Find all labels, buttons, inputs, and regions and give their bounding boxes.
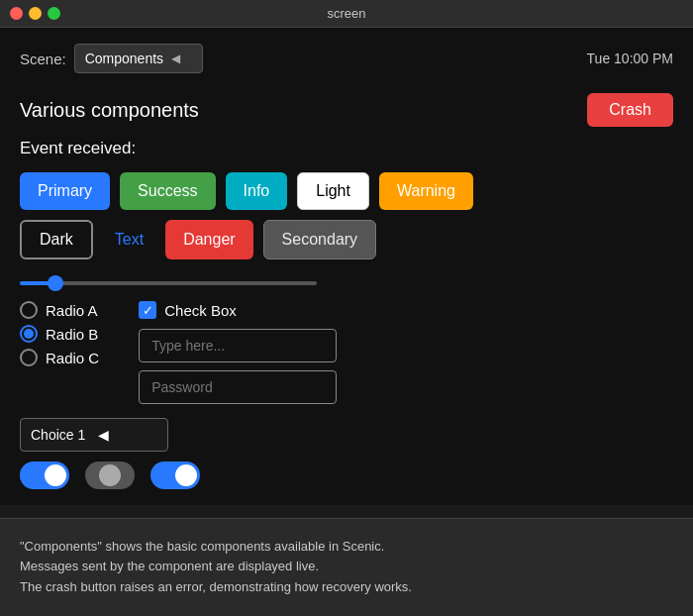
radio-c-circle [20, 349, 38, 366]
button-row-1: Primary Success Info Light Warning [20, 172, 673, 210]
components-title: Various components [20, 99, 199, 122]
minimize-button[interactable] [29, 7, 42, 20]
text-input[interactable] [139, 329, 337, 362]
choice-dropdown[interactable]: Choice 1 ◀ [20, 418, 168, 452]
info-bar: "Components" shows the basic components … [0, 518, 693, 616]
slider-row [20, 271, 673, 289]
text-button[interactable]: Text [103, 220, 155, 259]
toggle-3[interactable] [150, 462, 200, 489]
radio-a[interactable]: Radio A [20, 301, 99, 319]
choice-value: Choice 1 [31, 427, 90, 443]
radio-b[interactable]: Radio B [20, 325, 99, 343]
main-content: Scene: Components ◀ Tue 10:00 PM Various… [0, 28, 693, 505]
info-line-2: Messages sent by the component are displ… [20, 557, 673, 577]
checkbox-section: ✓ Check Box [139, 301, 337, 404]
toggle-2-knob [99, 464, 121, 486]
dark-button[interactable]: Dark [20, 220, 93, 259]
checkbox-label: Check Box [164, 302, 237, 319]
success-button[interactable]: Success [120, 172, 215, 210]
button-row-2: Dark Text Danger Secondary [20, 220, 673, 259]
radio-a-label: Radio A [46, 302, 98, 319]
choice-arrow-icon: ◀ [98, 427, 157, 443]
toggle-1[interactable] [20, 462, 69, 489]
warning-button[interactable]: Warning [379, 172, 473, 210]
components-header: Various components Crash [20, 93, 673, 127]
scene-row: Scene: Components ◀ Tue 10:00 PM [20, 44, 673, 73]
radio-c[interactable]: Radio C [20, 349, 99, 366]
traffic-lights [10, 7, 60, 20]
light-button[interactable]: Light [297, 172, 369, 210]
info-button[interactable]: Info [226, 172, 288, 210]
radio-b-label: Radio B [46, 326, 98, 343]
toggle-1-knob [45, 464, 66, 486]
scene-label: Scene: [20, 51, 66, 67]
radio-a-circle [20, 301, 38, 319]
toggle-3-knob [175, 464, 197, 486]
crash-button[interactable]: Crash [587, 93, 673, 127]
controls-row: Radio A Radio B Radio C ✓ Check Box [20, 301, 673, 404]
info-line-1: "Components" shows the basic components … [20, 537, 673, 558]
event-label: Event received: [20, 139, 673, 158]
maximize-button[interactable] [48, 7, 60, 20]
slider[interactable] [20, 281, 317, 285]
title-bar: screen [0, 0, 693, 28]
radio-c-label: Radio C [46, 350, 99, 366]
scene-value: Components [85, 51, 163, 66]
scene-dropdown[interactable]: Components ◀ [74, 44, 203, 73]
radio-group: Radio A Radio B Radio C [20, 301, 99, 404]
input-group [139, 329, 337, 404]
password-input[interactable] [139, 370, 337, 404]
checkbox-box: ✓ [139, 301, 156, 319]
primary-button[interactable]: Primary [20, 172, 110, 210]
toggles-row [20, 462, 673, 489]
toggle-2[interactable] [85, 462, 135, 489]
window-title: screen [327, 6, 365, 21]
checkbox-item[interactable]: ✓ Check Box [139, 301, 337, 319]
time-display: Tue 10:00 PM [587, 51, 673, 66]
radio-b-circle [20, 325, 38, 343]
secondary-button[interactable]: Secondary [263, 220, 377, 259]
danger-button[interactable]: Danger [165, 220, 252, 259]
info-line-3: The crash button raises an error, demons… [20, 577, 673, 598]
scene-arrow-icon: ◀ [171, 51, 192, 65]
close-button[interactable] [10, 7, 23, 20]
